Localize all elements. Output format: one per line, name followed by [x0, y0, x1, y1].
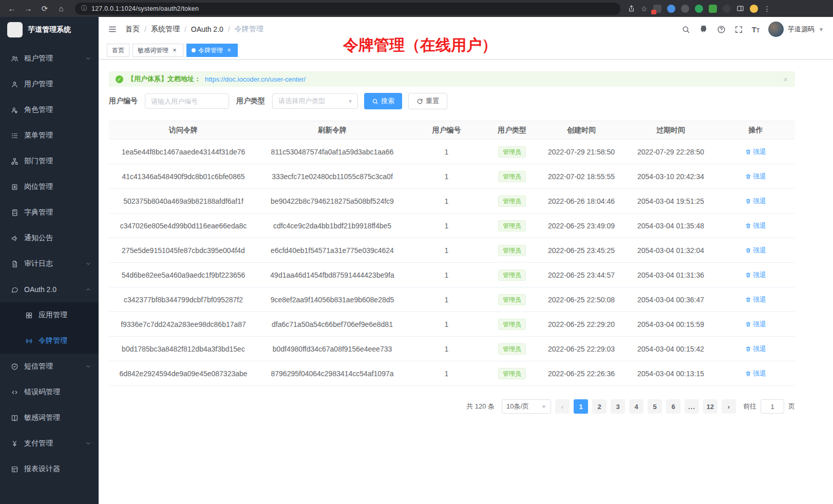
cell-created-time: 2022-06-25 23:49:09 — [538, 214, 625, 238]
sidebar-item-app[interactable]: 应用管理 — [0, 302, 99, 328]
tab-item-2[interactable]: 令牌管理× — [186, 44, 238, 57]
fullscreen-icon[interactable] — [734, 25, 743, 34]
side-panel-icon[interactable] — [736, 5, 744, 12]
app-logo[interactable]: 芋道管理系统 — [0, 17, 99, 43]
force-logout-label: 强退 — [753, 320, 766, 329]
site-info-icon[interactable]: ⓘ — [81, 4, 87, 13]
search-button[interactable]: 搜索 — [364, 93, 402, 109]
force-logout-button[interactable]: 强退 — [745, 369, 766, 378]
cell-created-time: 2022-06-25 23:44:57 — [538, 263, 625, 287]
sidebar-item-pay[interactable]: 支付管理 — [0, 431, 99, 456]
force-logout-button[interactable]: 强退 — [745, 246, 766, 255]
pager-prev-button[interactable]: ‹ — [555, 399, 570, 414]
sidebar-item-label: 错误码管理 — [24, 387, 60, 397]
force-logout-button[interactable]: 强退 — [745, 270, 766, 280]
user-id-input[interactable] — [145, 93, 229, 109]
table-row: b0d1785bc3a8482f812db4a3f3bd15ecb0df4980… — [109, 337, 795, 361]
tab-close-icon[interactable]: × — [225, 47, 233, 54]
address-bar[interactable]: ⓘ 127.0.0.1:1024/system/oauth2/token — [75, 3, 620, 15]
browser-forward-icon[interactable]: → — [22, 3, 35, 15]
sidebar-item-user[interactable]: 用户管理 — [0, 71, 99, 97]
sidebar-item-errcode[interactable]: 错误码管理 — [0, 379, 99, 405]
sidebar-item-report[interactable]: 报表设计器 — [0, 456, 99, 482]
user-type-badge: 管理员 — [498, 146, 526, 158]
force-logout-button[interactable]: 强退 — [745, 344, 766, 354]
pager-page-3[interactable]: 3 — [611, 399, 625, 414]
pager-page-6[interactable]: 6 — [666, 399, 680, 414]
tab-close-icon[interactable]: × — [171, 47, 178, 54]
sidebar-item-sms[interactable]: 短信管理 — [0, 354, 99, 379]
reset-button[interactable]: 重置 — [408, 93, 447, 109]
column-header: 用户编号 — [407, 121, 486, 140]
browser-back-icon[interactable]: ← — [5, 3, 18, 15]
sidebar-item-post[interactable]: 岗位管理 — [0, 174, 99, 200]
sidebar-item-token[interactable]: 令牌管理 — [0, 328, 99, 354]
sidebar-item-label: 令牌管理 — [39, 336, 67, 345]
cell-created-time: 2022-06-25 22:50:08 — [538, 287, 625, 312]
tab-item-1[interactable]: 敏感词管理× — [132, 44, 183, 57]
user-type-select[interactable]: 请选择用户类型 ▼ — [272, 93, 358, 109]
pager-page-2[interactable]: 2 — [592, 399, 607, 414]
pager-page-12[interactable]: 12 — [703, 399, 717, 414]
extension-icon-6[interactable] — [723, 5, 731, 13]
sidebar-item-audit[interactable]: 审计日志 — [0, 251, 99, 277]
sidebar-item-tenant[interactable]: 租户管理 — [0, 46, 99, 71]
extension-icon-3[interactable] — [681, 5, 689, 13]
force-logout-button[interactable]: 强退 — [745, 197, 766, 206]
success-check-icon: ✓ — [116, 75, 123, 83]
pager-more-button[interactable]: ... — [685, 399, 699, 414]
cell-expire-time: 2054-03-04 00:13:15 — [625, 361, 716, 386]
sidebar-item-menu[interactable]: 菜单管理 — [0, 123, 99, 148]
force-logout-button[interactable]: 强退 — [745, 147, 766, 157]
tab-item-0[interactable]: 首页 — [107, 44, 129, 57]
goto-page-input[interactable] — [761, 399, 784, 414]
force-logout-button[interactable]: 强退 — [745, 320, 766, 329]
sidebar-item-dept[interactable]: 部门管理 — [0, 148, 99, 174]
page-size-select[interactable]: 10条/页 ▼ — [502, 399, 551, 414]
alert-close-icon[interactable]: × — [783, 75, 788, 84]
cell-refresh-token: 811c530487574fa0af1a59d3abc1aa66 — [258, 140, 407, 164]
table-row: 54d6be82ee5a460a9aedc1f9bf22365649d1aa46… — [109, 263, 795, 287]
sidebar-toggle-icon[interactable] — [108, 25, 117, 34]
force-logout-button[interactable]: 强退 — [745, 221, 766, 230]
extension-puzzle-icon[interactable] — [709, 5, 717, 13]
delete-icon — [745, 297, 751, 303]
sidebar-item-dict[interactable]: 字典管理 — [0, 200, 99, 225]
org-tree-icon — [10, 157, 18, 165]
pager-next-button[interactable]: › — [722, 399, 736, 414]
breadcrumb-item[interactable]: 首页 — [125, 25, 140, 34]
sidebar-item-notice[interactable]: 通知公告 — [0, 225, 99, 251]
pager-page-1[interactable]: 1 — [574, 399, 588, 414]
force-logout-label: 强退 — [753, 369, 766, 378]
search-icon[interactable] — [681, 25, 690, 34]
sidebar-item-role[interactable]: 角色管理 — [0, 97, 99, 123]
user-menu[interactable]: 芋道源码 ▼ — [768, 22, 824, 37]
browser-profile-avatar[interactable] — [750, 5, 758, 13]
cell-refresh-token: cdfc4ce9c2da4bb1bdf21b9918ff4be5 — [258, 214, 407, 238]
help-icon[interactable] — [717, 25, 726, 34]
browser-reload-icon[interactable]: ⟳ — [38, 3, 51, 15]
extension-icon-2[interactable] — [667, 5, 675, 13]
sidebar-item-label: 字典管理 — [24, 208, 53, 217]
breadcrumb-item[interactable]: OAuth 2.0 — [191, 25, 223, 33]
pager-page-4[interactable]: 4 — [629, 399, 643, 414]
cell-created-time: 2022-06-26 18:04:46 — [538, 189, 625, 214]
share-icon[interactable] — [628, 5, 635, 12]
sidebar-item-oauth[interactable]: OAuth 2.0 — [0, 277, 99, 302]
extension-icon-1[interactable] — [653, 5, 661, 13]
pager-page-5[interactable]: 5 — [648, 399, 662, 414]
bookmark-star-icon[interactable]: ☆ — [641, 5, 648, 13]
github-icon[interactable] — [699, 25, 708, 34]
extension-icon-4[interactable] — [695, 5, 703, 13]
browser-menu-icon[interactable]: ⋮ — [764, 5, 771, 13]
cell-created-time: 2022-06-25 22:26:36 — [538, 361, 625, 386]
breadcrumb-item[interactable]: 系统管理 — [151, 25, 180, 34]
force-logout-button[interactable]: 强退 — [745, 295, 766, 304]
font-size-icon[interactable]: TT — [752, 25, 760, 34]
browser-home-icon[interactable]: ⌂ — [54, 3, 68, 15]
sidebar-item-sensitive[interactable]: 敏感词管理 — [0, 405, 99, 431]
sidebar-item-label: 审计日志 — [24, 259, 53, 268]
doc-link[interactable]: https://doc.iocoder.cn/user-center/ — [205, 75, 306, 83]
cell-refresh-token: 49d1aa46d1454fbd87591444423be9fa — [258, 263, 407, 287]
force-logout-button[interactable]: 强退 — [745, 172, 766, 181]
